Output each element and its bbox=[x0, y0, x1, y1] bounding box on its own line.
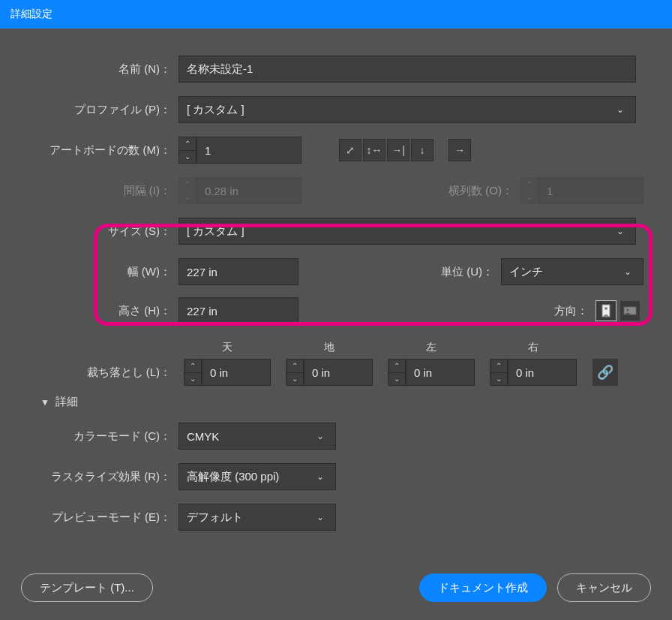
color-mode-label: カラーモード (C)： bbox=[21, 429, 178, 444]
orientation-label: 方向： bbox=[554, 304, 588, 318]
cancel-button[interactable]: キャンセル bbox=[557, 573, 651, 602]
svg-point-3 bbox=[627, 309, 629, 312]
bleed-left-label: 左 bbox=[426, 341, 436, 354]
chevron-down-icon: ⌄ bbox=[613, 218, 628, 244]
orientation-landscape-button[interactable] bbox=[620, 300, 640, 321]
advanced-section-toggle[interactable]: ▼ 詳細 bbox=[40, 395, 651, 409]
spacing-stepper: ⌃ ⌄ bbox=[178, 177, 196, 204]
bleed-right-input[interactable] bbox=[508, 359, 577, 386]
width-input[interactable] bbox=[178, 258, 298, 285]
preview-label: プレビューモード (E)： bbox=[21, 510, 178, 525]
artboards-label: アートボードの数 (M)： bbox=[21, 143, 178, 158]
artboards-input[interactable] bbox=[196, 137, 302, 164]
direction-icon[interactable]: → bbox=[448, 139, 471, 161]
height-input[interactable] bbox=[178, 297, 298, 324]
triangle-down-icon: ▼ bbox=[40, 397, 50, 408]
bleed-left-input[interactable] bbox=[406, 359, 475, 386]
chevron-down-icon: ⌄ bbox=[620, 259, 635, 284]
bleed-top-label: 天 bbox=[222, 341, 232, 354]
bleed-label: 裁ち落とし (L)： bbox=[21, 366, 178, 386]
bleed-left-stepper[interactable]: ⌃⌄ bbox=[388, 359, 406, 386]
height-label: 高さ (H)： bbox=[21, 304, 178, 318]
svg-rect-2 bbox=[624, 307, 636, 315]
create-document-button[interactable]: ドキュメント作成 bbox=[419, 573, 547, 602]
raster-select[interactable]: 高解像度 (300 ppi) ⌄ bbox=[178, 463, 336, 490]
profile-label: プロファイル (P)： bbox=[21, 103, 178, 117]
bleed-top-stepper[interactable]: ⌃⌄ bbox=[184, 359, 202, 386]
raster-label: ラスタライズ効果 (R)： bbox=[21, 470, 178, 484]
columns-stepper: ⌃ ⌄ bbox=[520, 177, 538, 204]
bleed-right-stepper[interactable]: ⌃⌄ bbox=[490, 359, 508, 386]
bleed-bottom-input[interactable] bbox=[304, 359, 373, 386]
profile-select[interactable]: [ カスタム ] ⌄ bbox=[178, 96, 636, 123]
width-label: 幅 (W)： bbox=[21, 265, 178, 279]
columns-input bbox=[538, 177, 644, 204]
name-input[interactable] bbox=[178, 56, 636, 83]
artboards-stepper[interactable]: ⌃ ⌄ bbox=[178, 137, 196, 164]
bleed-bottom-stepper[interactable]: ⌃⌄ bbox=[286, 359, 304, 386]
stepper-up-icon[interactable]: ⌃ bbox=[179, 137, 196, 151]
stepper-down-icon: ⌄ bbox=[521, 191, 538, 204]
link-bleed-icon[interactable]: 🔗 bbox=[592, 359, 618, 386]
size-label: サイズ (S)： bbox=[21, 224, 178, 239]
chevron-down-icon: ⌄ bbox=[313, 504, 328, 530]
orientation-portrait-button[interactable] bbox=[596, 300, 616, 321]
spacing-input bbox=[196, 177, 302, 204]
stepper-up-icon: ⌃ bbox=[179, 178, 196, 191]
color-mode-select[interactable]: CMYK ⌄ bbox=[178, 423, 336, 450]
stepper-up-icon: ⌃ bbox=[521, 178, 538, 191]
chevron-down-icon: ⌄ bbox=[313, 464, 328, 489]
dialog-title: 詳細設定 bbox=[0, 0, 672, 29]
stepper-down-icon: ⌄ bbox=[179, 191, 196, 204]
grid-by-row-icon[interactable]: ⤢ bbox=[339, 139, 362, 161]
preview-select[interactable]: デフォルト ⌄ bbox=[178, 504, 336, 531]
units-select[interactable]: インチ ⌄ bbox=[501, 258, 644, 285]
arrange-down-icon[interactable]: ↓ bbox=[411, 139, 434, 161]
columns-label: 横列数 (O)： bbox=[448, 184, 513, 198]
stepper-down-icon[interactable]: ⌄ bbox=[179, 151, 196, 164]
spacing-label: 間隔 (I)： bbox=[21, 184, 178, 198]
bleed-top-input[interactable] bbox=[202, 359, 271, 386]
bleed-bottom-label: 地 bbox=[324, 341, 334, 354]
name-label: 名前 (N)： bbox=[21, 62, 178, 77]
grid-by-col-icon[interactable]: ↕↔ bbox=[363, 139, 386, 161]
templates-button[interactable]: テンプレート (T)... bbox=[21, 573, 153, 602]
chevron-down-icon: ⌄ bbox=[313, 423, 328, 449]
svg-point-1 bbox=[604, 307, 608, 310]
units-label: 単位 (U)： bbox=[441, 265, 494, 279]
chevron-down-icon: ⌄ bbox=[613, 97, 628, 122]
bleed-right-label: 右 bbox=[528, 341, 538, 354]
size-select[interactable]: [ カスタム ] ⌄ bbox=[178, 218, 636, 245]
arrange-right-icon[interactable]: →| bbox=[387, 139, 410, 161]
